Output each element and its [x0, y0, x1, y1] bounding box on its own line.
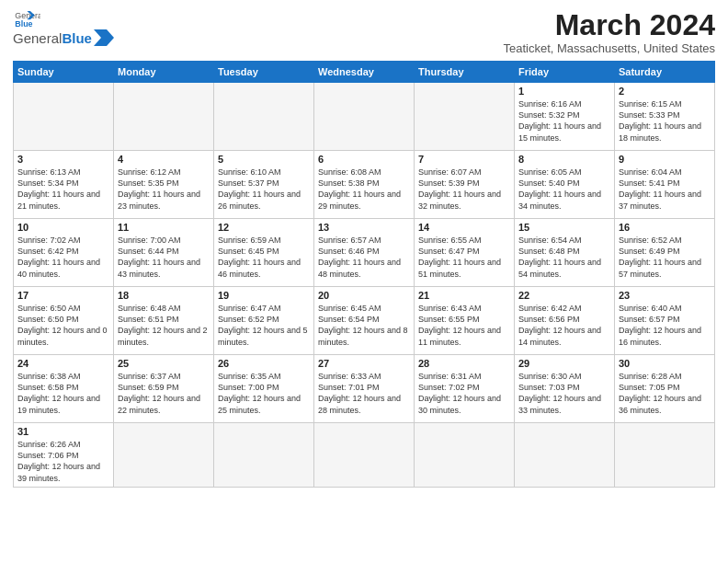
calendar-cell: 5Sunrise: 6:10 AM Sunset: 5:37 PM Daylig… [214, 151, 314, 219]
month-title: March 2024 [504, 9, 716, 41]
cell-info: Sunrise: 6:57 AM Sunset: 6:46 PM Dayligh… [318, 235, 410, 280]
cell-info: Sunrise: 6:50 AM Sunset: 6:50 PM Dayligh… [17, 303, 109, 348]
calendar-cell: 30Sunrise: 6:28 AM Sunset: 7:05 PM Dayli… [615, 355, 715, 423]
day-number: 7 [418, 154, 510, 165]
calendar-cell: 18Sunrise: 6:48 AM Sunset: 6:51 PM Dayli… [114, 287, 214, 355]
calendar-cell [14, 83, 114, 151]
cell-info: Sunrise: 6:04 AM Sunset: 5:41 PM Dayligh… [619, 167, 711, 212]
calendar-cell [214, 83, 314, 151]
calendar-cell: 31Sunrise: 6:26 AM Sunset: 7:06 PM Dayli… [14, 423, 114, 488]
day-number: 16 [619, 222, 711, 233]
day-number: 14 [418, 222, 510, 233]
day-header-monday: Monday [114, 62, 214, 83]
calendar-cell [114, 83, 214, 151]
day-header-tuesday: Tuesday [214, 62, 314, 83]
logo-general: General [13, 30, 62, 46]
calendar-cell: 15Sunrise: 6:54 AM Sunset: 6:48 PM Dayli… [515, 219, 615, 287]
svg-text:General: General [15, 11, 40, 20]
calendar-cell: 23Sunrise: 6:40 AM Sunset: 6:57 PM Dayli… [615, 287, 715, 355]
day-header-friday: Friday [515, 62, 615, 83]
cell-info: Sunrise: 6:43 AM Sunset: 6:55 PM Dayligh… [418, 303, 510, 348]
calendar-cell [114, 423, 214, 488]
day-number: 3 [17, 154, 109, 165]
logo-icon: General Blue [15, 9, 40, 29]
day-number: 8 [518, 154, 610, 165]
logo: General Blue General Blue [13, 9, 114, 46]
cell-info: Sunrise: 7:00 AM Sunset: 6:44 PM Dayligh… [118, 235, 210, 280]
cell-info: Sunrise: 6:16 AM Sunset: 5:32 PM Dayligh… [518, 98, 610, 144]
cell-info: Sunrise: 6:31 AM Sunset: 7:02 PM Dayligh… [418, 371, 510, 416]
calendar-cell [515, 423, 615, 488]
logo-arrow-icon [94, 29, 114, 46]
day-number: 11 [118, 222, 210, 233]
svg-marker-3 [94, 29, 114, 46]
calendar-week-row: 1Sunrise: 6:16 AM Sunset: 5:32 PM Daylig… [14, 83, 715, 151]
cell-info: Sunrise: 6:40 AM Sunset: 6:57 PM Dayligh… [619, 303, 711, 348]
calendar-cell: 17Sunrise: 6:50 AM Sunset: 6:50 PM Dayli… [14, 287, 114, 355]
day-number: 13 [318, 222, 410, 233]
cell-info: Sunrise: 6:54 AM Sunset: 6:48 PM Dayligh… [518, 235, 610, 280]
cell-info: Sunrise: 6:15 AM Sunset: 5:33 PM Dayligh… [619, 98, 711, 144]
calendar-cell: 6Sunrise: 6:08 AM Sunset: 5:38 PM Daylig… [314, 151, 415, 219]
cell-info: Sunrise: 6:10 AM Sunset: 5:37 PM Dayligh… [218, 167, 310, 212]
calendar-cell: 24Sunrise: 6:38 AM Sunset: 6:58 PM Dayli… [14, 355, 114, 423]
cell-info: Sunrise: 6:05 AM Sunset: 5:40 PM Dayligh… [518, 167, 610, 212]
calendar-cell: 8Sunrise: 6:05 AM Sunset: 5:40 PM Daylig… [515, 151, 615, 219]
cell-info: Sunrise: 6:35 AM Sunset: 7:00 PM Dayligh… [218, 371, 310, 416]
day-number: 26 [218, 358, 310, 369]
calendar-cell [314, 423, 415, 488]
day-header-saturday: Saturday [615, 62, 715, 83]
day-number: 27 [318, 358, 410, 369]
day-number: 22 [518, 290, 610, 301]
day-number: 9 [619, 154, 711, 165]
day-number: 25 [118, 358, 210, 369]
calendar-cell: 9Sunrise: 6:04 AM Sunset: 5:41 PM Daylig… [615, 151, 715, 219]
calendar-header-row: SundayMondayTuesdayWednesdayThursdayFrid… [14, 62, 715, 83]
calendar-cell [415, 423, 515, 488]
calendar-cell: 25Sunrise: 6:37 AM Sunset: 6:59 PM Dayli… [114, 355, 214, 423]
calendar-cell: 22Sunrise: 6:42 AM Sunset: 6:56 PM Dayli… [515, 287, 615, 355]
cell-info: Sunrise: 6:47 AM Sunset: 6:52 PM Dayligh… [218, 303, 310, 348]
calendar-week-row: 31Sunrise: 6:26 AM Sunset: 7:06 PM Dayli… [14, 423, 715, 488]
cell-info: Sunrise: 6:45 AM Sunset: 6:54 PM Dayligh… [318, 303, 410, 348]
page: General Blue General Blue March 2024 Tea… [0, 0, 728, 563]
day-number: 29 [518, 358, 610, 369]
calendar-week-row: 3Sunrise: 6:13 AM Sunset: 5:34 PM Daylig… [14, 151, 715, 219]
cell-info: Sunrise: 6:59 AM Sunset: 6:45 PM Dayligh… [218, 235, 310, 280]
cell-info: Sunrise: 6:48 AM Sunset: 6:51 PM Dayligh… [118, 303, 210, 348]
svg-text:Blue: Blue [15, 19, 32, 29]
calendar-cell [615, 423, 715, 488]
cell-info: Sunrise: 6:30 AM Sunset: 7:03 PM Dayligh… [518, 371, 610, 416]
calendar-cell: 29Sunrise: 6:30 AM Sunset: 7:03 PM Dayli… [515, 355, 615, 423]
calendar-cell [415, 83, 515, 151]
calendar-cell: 16Sunrise: 6:52 AM Sunset: 6:49 PM Dayli… [615, 219, 715, 287]
calendar-cell: 3Sunrise: 6:13 AM Sunset: 5:34 PM Daylig… [14, 151, 114, 219]
calendar-cell: 2Sunrise: 6:15 AM Sunset: 5:33 PM Daylig… [615, 83, 715, 151]
cell-info: Sunrise: 6:37 AM Sunset: 6:59 PM Dayligh… [118, 371, 210, 416]
cell-info: Sunrise: 6:26 AM Sunset: 7:06 PM Dayligh… [17, 439, 109, 484]
day-number: 20 [318, 290, 410, 301]
day-number: 28 [418, 358, 510, 369]
day-number: 15 [518, 222, 610, 233]
day-number: 17 [17, 290, 109, 301]
day-number: 19 [218, 290, 310, 301]
logo-blue: Blue [62, 30, 92, 46]
calendar-week-row: 24Sunrise: 6:38 AM Sunset: 6:58 PM Dayli… [14, 355, 715, 423]
day-number: 1 [518, 86, 610, 97]
cell-info: Sunrise: 6:12 AM Sunset: 5:35 PM Dayligh… [118, 167, 210, 212]
title-block: March 2024 Teaticket, Massachusetts, Uni… [504, 9, 716, 55]
calendar-cell: 26Sunrise: 6:35 AM Sunset: 7:00 PM Dayli… [214, 355, 314, 423]
day-number: 12 [218, 222, 310, 233]
day-number: 2 [619, 86, 711, 97]
calendar-week-row: 17Sunrise: 6:50 AM Sunset: 6:50 PM Dayli… [14, 287, 715, 355]
day-number: 10 [17, 222, 109, 233]
day-number: 18 [118, 290, 210, 301]
day-header-wednesday: Wednesday [314, 62, 415, 83]
day-number: 4 [118, 154, 210, 165]
calendar-cell: 21Sunrise: 6:43 AM Sunset: 6:55 PM Dayli… [415, 287, 515, 355]
header: General Blue General Blue March 2024 Tea… [13, 9, 715, 55]
calendar-cell: 12Sunrise: 6:59 AM Sunset: 6:45 PM Dayli… [214, 219, 314, 287]
calendar-cell: 20Sunrise: 6:45 AM Sunset: 6:54 PM Dayli… [314, 287, 415, 355]
day-header-thursday: Thursday [415, 62, 515, 83]
calendar-cell [214, 423, 314, 488]
